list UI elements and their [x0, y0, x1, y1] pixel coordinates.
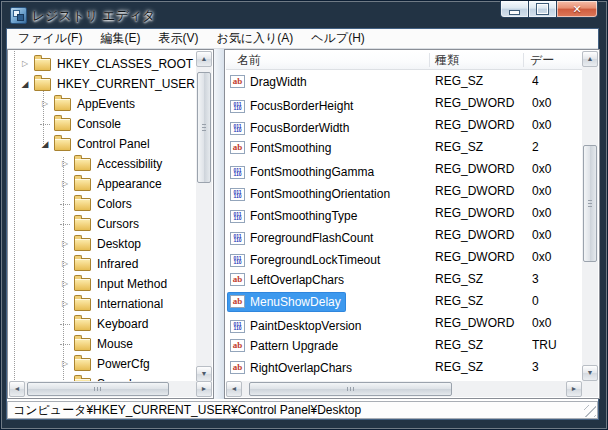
menu-view[interactable]: 表示(V) [149, 29, 207, 48]
expander-collapsed-icon[interactable]: ▷ [60, 299, 70, 309]
tree-horizontal-scrollbar[interactable]: ◄ ► [9, 381, 212, 397]
value-row-fontsmoothingorientation[interactable]: 011110FontSmoothingOrientationREG_DWORD0… [226, 180, 582, 202]
minimize-button[interactable] [500, 1, 529, 18]
tree-vertical-scrollbar[interactable]: ▲ ▼ [196, 51, 212, 382]
list-hscroll-thumb[interactable] [249, 382, 452, 396]
tree-item-sound[interactable]: Sound [9, 374, 196, 381]
dword-value-icon: 011110 [230, 210, 245, 223]
value-name: MenuShowDelay [250, 295, 341, 309]
expander-collapsed-icon[interactable]: ▷ [20, 59, 30, 69]
scroll-left-icon[interactable]: ◄ [226, 381, 242, 397]
value-name-cell[interactable]: abRightOverlapChars [228, 359, 356, 377]
scroll-right-icon[interactable]: ► [196, 381, 212, 397]
value-name-cell[interactable]: abMenuShowDelay [228, 293, 345, 311]
value-name-cell[interactable]: 011110PaintDesktopVersion [228, 317, 365, 335]
value-row-pattern-upgrade[interactable]: abPattern UpgradeREG_SZTRU [226, 334, 582, 356]
value-name-cell[interactable]: 011110FontSmoothingOrientation [228, 185, 394, 203]
value-type: REG_DWORD [435, 180, 514, 202]
tree-item-powercfg[interactable]: ▷PowerCfg [9, 354, 196, 374]
tree-item-international[interactable]: ▷International [9, 294, 196, 314]
column-header-name[interactable]: 名前 [237, 51, 261, 69]
menu-help[interactable]: ヘルプ(H) [302, 29, 374, 48]
value-row-paintdesktopversion[interactable]: 011110PaintDesktopVersionREG_DWORD0x0 [226, 312, 582, 334]
value-name-cell[interactable]: abPattern Upgrade [228, 337, 342, 355]
string-value-icon: ab [230, 339, 245, 352]
scroll-up-icon[interactable]: ▲ [196, 51, 212, 67]
scroll-up-icon[interactable]: ▲ [582, 51, 598, 67]
column-header-type[interactable]: 種類 [435, 51, 459, 69]
menu-favorites[interactable]: お気に入り(A) [207, 29, 302, 48]
column-separator[interactable] [523, 53, 524, 67]
expander-collapsed-icon[interactable]: ▷ [60, 179, 70, 189]
tree-item-keyboard[interactable]: Keyboard [9, 314, 196, 334]
folder-icon [54, 98, 71, 111]
expander-expanded-icon[interactable]: ◢ [20, 79, 30, 89]
scroll-left-icon[interactable]: ◄ [9, 381, 25, 397]
tree-item-mouse[interactable]: Mouse [9, 334, 196, 354]
tree-item-infrared[interactable]: ▷Infrared [9, 254, 196, 274]
value-name-cell[interactable]: 011110FocusBorderWidth [228, 119, 353, 137]
value-row-foregroundflashcount[interactable]: 011110ForegroundFlashCountREG_DWORD0x0 [226, 224, 582, 246]
value-row-focusborderheight[interactable]: 011110FocusBorderHeightREG_DWORD0x0 [226, 92, 582, 114]
expander-expanded-icon[interactable]: ◢ [40, 139, 50, 149]
folder-icon [54, 138, 71, 151]
expander-collapsed-icon[interactable]: ▷ [60, 259, 70, 269]
expander-collapsed-icon[interactable]: ▷ [40, 99, 50, 109]
tree-connector [60, 324, 70, 325]
value-name-cell[interactable]: abLeftOverlapChars [228, 271, 348, 289]
column-separator[interactable] [429, 53, 430, 67]
column-header-data[interactable]: デー [530, 51, 554, 69]
list-horizontal-scrollbar[interactable]: ◄ ► [226, 381, 582, 397]
value-row-rightoverlapchars[interactable]: abRightOverlapCharsREG_SZ3 [226, 356, 582, 378]
value-row-menushowdelay[interactable]: abMenuShowDelayREG_SZ0 [226, 290, 582, 312]
tree-item-cursors[interactable]: Cursors [9, 214, 196, 234]
value-row-fontsmoothing[interactable]: abFontSmoothingREG_SZ2 [226, 136, 582, 158]
value-row-leftoverlapchars[interactable]: abLeftOverlapCharsREG_SZ3 [226, 268, 582, 290]
titlebar[interactable]: レジストリ エディタ ✕ [1, 1, 607, 28]
scroll-down-icon[interactable]: ▼ [582, 365, 598, 381]
resize-grip-icon[interactable] [584, 405, 596, 417]
tree-item-appevents[interactable]: ▷AppEvents [9, 94, 196, 114]
tree-item-colors[interactable]: Colors [9, 194, 196, 214]
value-name-cell[interactable]: 011110FocusBorderHeight [228, 97, 357, 115]
tree-vscroll-thumb[interactable] [197, 72, 211, 183]
tree-item-accessibility[interactable]: ▷Accessibility [9, 154, 196, 174]
expander-collapsed-icon[interactable]: ▷ [60, 279, 70, 289]
tree-item-control-panel[interactable]: ◢Control Panel [9, 134, 196, 154]
menu-file[interactable]: ファイル(F) [9, 29, 91, 48]
list-vertical-scrollbar[interactable]: ▲ ▼ [582, 51, 598, 381]
dword-value-icon: 011110 [230, 254, 245, 267]
value-row-dragwidth[interactable]: abDragWidthREG_SZ4 [226, 70, 582, 92]
tree-item-console[interactable]: Console [9, 114, 196, 134]
tree-item-input-method[interactable]: ▷Input Method [9, 274, 196, 294]
expander-collapsed-icon[interactable]: ▷ [60, 359, 70, 369]
scroll-down-icon[interactable]: ▼ [196, 366, 212, 382]
value-row-foregroundlocktimeout[interactable]: 011110ForegroundLockTimeoutREG_DWORD0x0 [226, 246, 582, 268]
expander-collapsed-icon[interactable]: ▷ [60, 159, 70, 169]
tree-item-appearance[interactable]: ▷Appearance [9, 174, 196, 194]
value-row-fontsmoothingtype[interactable]: 011110FontSmoothingTypeREG_DWORD0x0 [226, 202, 582, 224]
maximize-button[interactable] [529, 1, 557, 18]
value-name-cell[interactable]: abFontSmoothing [228, 139, 335, 157]
value-name-cell[interactable]: 011110ForegroundFlashCount [228, 229, 377, 247]
tree-item-hkey-current-user[interactable]: ◢HKEY_CURRENT_USER [9, 74, 196, 94]
tree-item-desktop[interactable]: ▷Desktop [9, 234, 196, 254]
tree-hscroll-thumb[interactable] [27, 382, 169, 396]
tree-item-hkey-classes-root[interactable]: ▷HKEY_CLASSES_ROOT [9, 54, 196, 74]
dword-value-icon: 011110 [230, 232, 245, 245]
value-name-cell[interactable]: abDragWidth [228, 73, 311, 91]
value-row-focusborderwidth[interactable]: 011110FocusBorderWidthREG_DWORD0x0 [226, 114, 582, 136]
value-name-cell[interactable]: 011110ForegroundLockTimeout [228, 251, 384, 269]
scroll-right-icon[interactable]: ► [566, 381, 582, 397]
value-row-fontsmoothinggamma[interactable]: 011110FontSmoothingGammaREG_DWORD0x0 [226, 158, 582, 180]
menu-edit[interactable]: 編集(E) [91, 29, 149, 48]
close-button[interactable]: ✕ [557, 1, 598, 18]
list-vscroll-thumb[interactable] [583, 145, 597, 262]
tree-list-splitter[interactable] [214, 49, 224, 399]
value-name-cell[interactable]: 011110FontSmoothingGamma [228, 163, 378, 181]
value-name-cell[interactable]: 011110FontSmoothingType [228, 207, 361, 225]
value-type: REG_DWORD [435, 246, 514, 268]
expander-collapsed-icon[interactable]: ▷ [60, 239, 70, 249]
value-name: Pattern Upgrade [250, 339, 338, 353]
value-data: 0x0 [532, 114, 582, 136]
